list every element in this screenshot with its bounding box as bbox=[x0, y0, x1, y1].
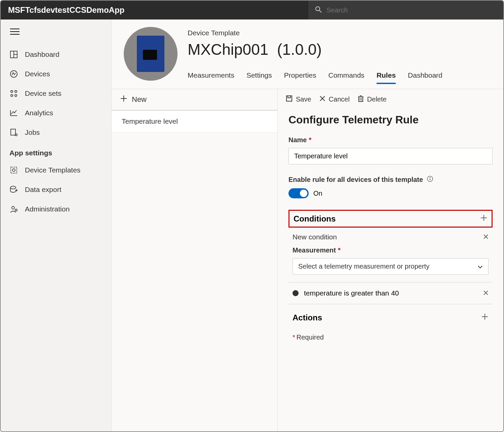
sidebar-item-analytics[interactable]: Analytics bbox=[3, 103, 111, 123]
sidebar-item-administration[interactable]: Administration bbox=[3, 199, 111, 219]
save-button[interactable]: Save bbox=[286, 95, 311, 104]
svg-point-16 bbox=[12, 169, 15, 171]
page-title: Configure Telemetry Rule bbox=[288, 114, 493, 126]
sidebar-item-label: Data export bbox=[25, 186, 62, 194]
administration-icon bbox=[9, 205, 18, 213]
svg-rect-27 bbox=[359, 97, 363, 102]
existing-condition-text: temperature is greater than 40 bbox=[304, 289, 399, 297]
analytics-icon bbox=[9, 109, 18, 117]
sidebar-heading: App settings bbox=[3, 142, 111, 160]
actions-header: Actions bbox=[288, 308, 493, 327]
add-action-button[interactable] bbox=[481, 312, 489, 323]
tab-measurements[interactable]: Measurements bbox=[188, 71, 234, 84]
device-title: MXChip001 (1.0.0) bbox=[188, 40, 493, 58]
svg-point-0 bbox=[316, 7, 320, 11]
cancel-label: Cancel bbox=[329, 95, 350, 103]
svg-line-1 bbox=[319, 10, 321, 12]
tab-settings[interactable]: Settings bbox=[246, 71, 272, 84]
existing-condition-row[interactable]: temperature is greater than 40 bbox=[288, 282, 493, 304]
chip-icon bbox=[137, 36, 164, 72]
tab-dashboard[interactable]: Dashboard bbox=[408, 71, 442, 84]
tabs: Measurements Settings Properties Command… bbox=[188, 62, 493, 84]
sidebar: Dashboard Devices Device sets Analytics … bbox=[1, 19, 112, 431]
svg-rect-13 bbox=[11, 129, 15, 135]
tab-commands[interactable]: Commands bbox=[328, 71, 364, 84]
add-condition-button[interactable] bbox=[480, 213, 488, 224]
search-icon bbox=[315, 6, 322, 14]
save-icon bbox=[286, 95, 293, 104]
sidebar-item-dashboard[interactable]: Dashboard bbox=[3, 45, 111, 64]
hamburger-menu[interactable] bbox=[3, 27, 111, 45]
tab-rules[interactable]: Rules bbox=[377, 71, 396, 84]
sidebar-item-device-templates[interactable]: Device Templates bbox=[3, 160, 111, 180]
sidebar-item-label: Device sets bbox=[25, 89, 62, 97]
device-avatar bbox=[124, 27, 178, 81]
sidebar-item-jobs[interactable]: Jobs bbox=[3, 123, 111, 142]
svg-point-14 bbox=[15, 134, 17, 136]
required-note: *Required bbox=[288, 327, 493, 347]
remove-new-condition[interactable] bbox=[483, 233, 489, 241]
measurement-label: Measurement* bbox=[293, 246, 489, 254]
tab-properties[interactable]: Properties bbox=[284, 71, 316, 84]
save-label: Save bbox=[296, 95, 311, 103]
measurement-placeholder: Select a telemetry measurement or proper… bbox=[298, 263, 429, 270]
svg-point-34 bbox=[430, 177, 430, 178]
svg-point-11 bbox=[11, 94, 13, 96]
rule-detail-pane: Save Cancel Delete bbox=[278, 89, 503, 431]
search-box[interactable] bbox=[308, 1, 503, 19]
sidebar-item-label: Jobs bbox=[25, 128, 40, 136]
conditions-heading: Conditions bbox=[294, 214, 336, 224]
sidebar-item-data-export[interactable]: Data export bbox=[3, 180, 111, 199]
chevron-down-icon bbox=[477, 263, 483, 270]
sidebar-item-device-sets[interactable]: Device sets bbox=[3, 84, 111, 103]
new-rule-label: New bbox=[132, 95, 147, 104]
delete-button[interactable]: Delete bbox=[358, 95, 387, 104]
new-rule-button[interactable]: New bbox=[112, 89, 277, 111]
enable-label: Enable rule for all devices of this temp… bbox=[288, 176, 493, 184]
svg-rect-24 bbox=[288, 96, 290, 98]
remove-existing-condition[interactable] bbox=[483, 289, 489, 297]
delete-label: Delete bbox=[367, 95, 387, 103]
measurement-select[interactable]: Select a telemetry measurement or proper… bbox=[293, 258, 489, 275]
sidebar-item-label: Devices bbox=[25, 70, 50, 78]
plus-icon bbox=[120, 95, 127, 104]
enable-toggle[interactable] bbox=[288, 188, 309, 198]
device-name: MXChip001 bbox=[188, 41, 268, 58]
data-export-icon bbox=[9, 185, 18, 194]
name-label: Name* bbox=[288, 136, 493, 144]
svg-point-20 bbox=[15, 209, 17, 211]
toggle-state: On bbox=[313, 190, 322, 197]
app-title: MSFTcfsdevtestCCSDemoApp bbox=[1, 1, 308, 19]
close-icon bbox=[319, 95, 325, 103]
sidebar-item-label: Administration bbox=[25, 205, 70, 213]
jobs-icon bbox=[9, 128, 18, 137]
sidebar-item-label: Analytics bbox=[25, 109, 53, 117]
actions-heading: Actions bbox=[293, 313, 322, 322]
cancel-button[interactable]: Cancel bbox=[319, 95, 350, 103]
svg-point-10 bbox=[15, 90, 17, 92]
device-sets-icon bbox=[9, 89, 18, 98]
svg-point-19 bbox=[12, 206, 14, 209]
svg-point-12 bbox=[15, 94, 17, 96]
conditions-header: Conditions bbox=[288, 210, 493, 228]
condition-dot-icon bbox=[293, 290, 299, 296]
breadcrumb: Device Template bbox=[188, 27, 493, 37]
devices-icon bbox=[9, 70, 18, 78]
rule-name-input[interactable] bbox=[288, 148, 493, 164]
dashboard-icon bbox=[9, 50, 18, 59]
sidebar-item-label: Device Templates bbox=[25, 166, 80, 174]
device-version: (1.0.0) bbox=[277, 41, 322, 58]
new-condition-label: New condition bbox=[293, 233, 337, 241]
search-input[interactable] bbox=[326, 6, 497, 14]
info-icon[interactable] bbox=[427, 176, 433, 184]
svg-rect-15 bbox=[11, 167, 17, 173]
rules-list-pane: New Temperature level bbox=[112, 89, 278, 431]
svg-rect-23 bbox=[286, 96, 292, 101]
svg-point-17 bbox=[10, 186, 16, 189]
device-header: Device Template MXChip001 (1.0.0) Measur… bbox=[112, 19, 503, 89]
rule-list-item[interactable]: Temperature level bbox=[112, 111, 277, 132]
delete-icon bbox=[358, 95, 364, 104]
sidebar-item-devices[interactable]: Devices bbox=[3, 64, 111, 84]
templates-icon bbox=[9, 166, 18, 174]
svg-point-9 bbox=[11, 90, 13, 92]
